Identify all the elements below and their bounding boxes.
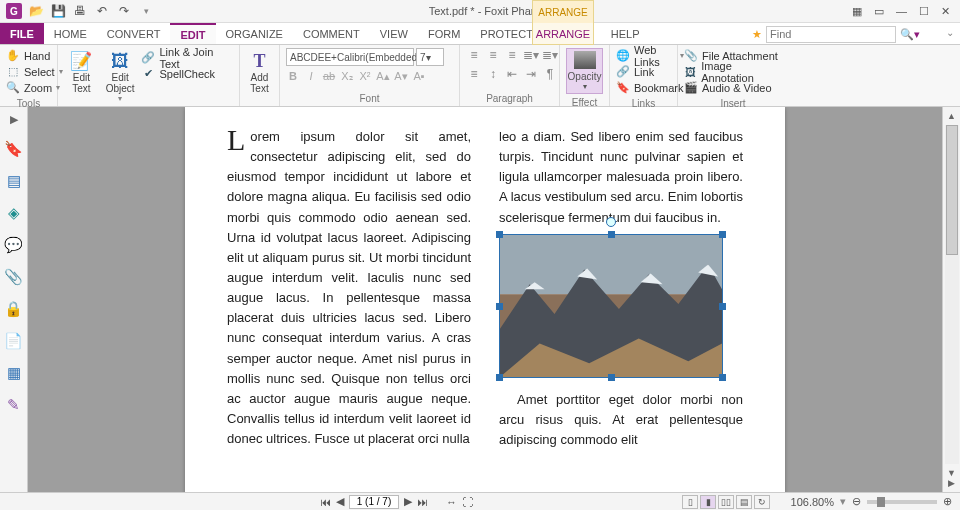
edit-text-button[interactable]: 📝Edit Text bbox=[64, 48, 99, 94]
view-continuous-icon[interactable]: ▮ bbox=[700, 495, 716, 509]
scroll-right-icon[interactable]: ▶ bbox=[948, 478, 955, 488]
add-text-button[interactable]: TAdd Text bbox=[246, 48, 273, 94]
audio-video-button[interactable]: 🎬Audio & Video bbox=[684, 80, 782, 95]
favorite-icon[interactable]: ★ bbox=[752, 28, 762, 41]
security-panel-icon[interactable]: 🔒 bbox=[4, 300, 23, 318]
resize-handle-t[interactable] bbox=[608, 231, 615, 238]
appmode-icon[interactable]: ▦ bbox=[852, 5, 862, 18]
scroll-down-icon[interactable]: ▼ bbox=[947, 468, 956, 478]
tab-home[interactable]: HOME bbox=[44, 23, 97, 44]
tab-help[interactable]: HELP bbox=[601, 23, 650, 44]
rotate-handle[interactable] bbox=[606, 217, 616, 227]
signatures-panel-icon[interactable]: 📄 bbox=[4, 332, 23, 350]
strike-button[interactable]: ab bbox=[322, 70, 336, 83]
opacity-button[interactable]: Opacity▾ bbox=[566, 48, 603, 94]
edit-object-button[interactable]: 🖼Edit Object▾ bbox=[103, 48, 138, 103]
resize-handle-r[interactable] bbox=[719, 303, 726, 310]
last-page-icon[interactable]: ⏭ bbox=[417, 496, 428, 508]
hand-tool[interactable]: ✋Hand bbox=[6, 48, 63, 63]
zoom-in-icon[interactable]: ⊕ bbox=[943, 495, 952, 508]
next-page-icon[interactable]: ▶ bbox=[404, 495, 412, 508]
search-icon[interactable]: 🔍▾ bbox=[900, 28, 920, 41]
spacing-button[interactable]: ↕ bbox=[485, 67, 501, 81]
tab-comment[interactable]: COMMENT bbox=[293, 23, 370, 44]
zoom-slider[interactable] bbox=[867, 500, 937, 504]
panel-collapse-icon[interactable]: ▶ bbox=[10, 113, 18, 126]
tab-convert[interactable]: CONVERT bbox=[97, 23, 171, 44]
sup-button[interactable]: X² bbox=[358, 70, 372, 83]
resize-handle-tl[interactable] bbox=[496, 231, 503, 238]
bookmark-button[interactable]: 🔖Bookmark bbox=[616, 80, 684, 95]
page-field[interactable] bbox=[349, 495, 399, 509]
grow-font-button[interactable]: A▴ bbox=[376, 70, 390, 83]
scroll-up-icon[interactable]: ▲ bbox=[947, 111, 956, 121]
resize-handle-tr[interactable] bbox=[719, 231, 726, 238]
weblinks-button[interactable]: 🌐Web Links▾ bbox=[616, 48, 684, 63]
ltr-button[interactable]: ¶ bbox=[542, 67, 558, 81]
font-name-select[interactable]: ABCDEE+Calibri(Embedded) ▾ bbox=[286, 48, 414, 66]
bold-button[interactable]: B bbox=[286, 70, 300, 83]
prev-page-icon[interactable]: ◀ bbox=[336, 495, 344, 508]
vertical-scrollbar[interactable]: ▲ ▼ ▶ bbox=[942, 107, 960, 492]
justify-button[interactable]: ≡ bbox=[466, 67, 482, 81]
document-area[interactable]: Lorem ipsum dolor sit amet, consectetur … bbox=[28, 107, 942, 492]
tab-form[interactable]: FORM bbox=[418, 23, 470, 44]
resize-handle-bl[interactable] bbox=[496, 374, 503, 381]
link-join-button[interactable]: 🔗Link & Join Text bbox=[141, 50, 233, 65]
tab-arrange[interactable]: ARRANGE bbox=[532, 23, 594, 45]
redo-icon[interactable]: ↷ bbox=[116, 3, 132, 19]
align-center-button[interactable]: ≡ bbox=[485, 48, 501, 62]
maximize-icon[interactable]: ☐ bbox=[919, 5, 929, 18]
layers-panel-icon[interactable]: ◈ bbox=[8, 204, 20, 222]
tab-view[interactable]: VIEW bbox=[370, 23, 418, 44]
scroll-thumb[interactable] bbox=[946, 125, 958, 255]
undo-icon[interactable]: ↶ bbox=[94, 3, 110, 19]
resize-handle-br[interactable] bbox=[719, 374, 726, 381]
align-right-button[interactable]: ≡ bbox=[504, 48, 520, 62]
close-icon[interactable]: ✕ bbox=[941, 5, 950, 18]
resize-handle-l[interactable] bbox=[496, 303, 503, 310]
qat-more-icon[interactable]: ▾ bbox=[138, 3, 154, 19]
select-tool[interactable]: ⬚Select▾ bbox=[6, 64, 63, 79]
spellcheck-button[interactable]: ✔SpellCheck bbox=[141, 66, 233, 81]
link-button[interactable]: 🔗Link bbox=[616, 64, 684, 79]
tab-organize[interactable]: ORGANIZE bbox=[216, 23, 293, 44]
font-size-select[interactable]: 7 ▾ bbox=[416, 48, 444, 66]
first-page-icon[interactable]: ⏮ bbox=[320, 496, 331, 508]
view-single-icon[interactable]: ▯ bbox=[682, 495, 698, 509]
view-facing-icon[interactable]: ▯▯ bbox=[718, 495, 734, 509]
ribbon-min-icon[interactable]: ▭ bbox=[874, 5, 884, 18]
tags-panel-icon[interactable]: ✎ bbox=[7, 396, 20, 414]
save-icon[interactable]: 💾 bbox=[50, 3, 66, 19]
tab-edit[interactable]: EDIT bbox=[170, 23, 215, 44]
indent-dec-button[interactable]: ⇤ bbox=[504, 67, 520, 81]
scroll-track[interactable] bbox=[945, 125, 959, 464]
zoom-thumb[interactable] bbox=[877, 497, 885, 507]
view-contfacing-icon[interactable]: ▤ bbox=[736, 495, 752, 509]
resize-handle-b[interactable] bbox=[608, 374, 615, 381]
sub-button[interactable]: X₂ bbox=[340, 70, 354, 83]
indent-inc-button[interactable]: ⇥ bbox=[523, 67, 539, 81]
open-icon[interactable]: 📂 bbox=[28, 3, 44, 19]
minimize-icon[interactable]: — bbox=[896, 5, 907, 18]
pages-panel-icon[interactable]: ▤ bbox=[7, 172, 21, 190]
shrink-font-button[interactable]: A▾ bbox=[394, 70, 408, 83]
font-color-button[interactable]: A▪ bbox=[412, 70, 426, 83]
align-left-button[interactable]: ≡ bbox=[466, 48, 482, 62]
find-input[interactable] bbox=[766, 26, 896, 43]
ribbon-options-icon[interactable]: ⌄ bbox=[946, 27, 954, 38]
numbering-button[interactable]: ≣▾ bbox=[542, 48, 558, 62]
bookmarks-panel-icon[interactable]: 🔖 bbox=[4, 140, 23, 158]
fields-panel-icon[interactable]: ▦ bbox=[7, 364, 21, 382]
italic-button[interactable]: I bbox=[304, 70, 318, 83]
comments-panel-icon[interactable]: 💬 bbox=[4, 236, 23, 254]
print-icon[interactable]: 🖶 bbox=[72, 3, 88, 19]
zoom-out-icon[interactable]: ⊖ bbox=[852, 495, 861, 508]
attachments-panel-icon[interactable]: 📎 bbox=[4, 268, 23, 286]
size-page-icon[interactable]: ⛶ bbox=[462, 496, 473, 508]
zoom-tool[interactable]: 🔍Zoom▾ bbox=[6, 80, 63, 95]
image-annotation-button[interactable]: 🖼Image Annotation bbox=[684, 64, 782, 79]
view-rotate-icon[interactable]: ↻ bbox=[754, 495, 770, 509]
size-width-icon[interactable]: ↔ bbox=[446, 496, 457, 508]
tab-file[interactable]: FILE bbox=[0, 23, 44, 44]
